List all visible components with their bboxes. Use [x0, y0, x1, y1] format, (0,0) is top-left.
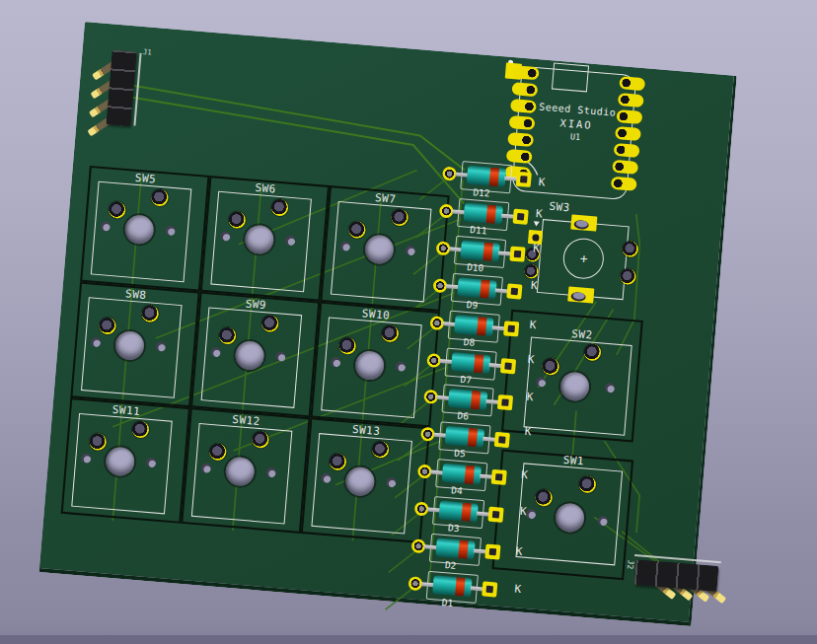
diode-pad-right — [516, 172, 532, 187]
cathode-label: K — [531, 280, 539, 292]
switch-cell-SW2: SW2 — [501, 310, 643, 443]
diode-pad-right — [497, 394, 513, 410]
cathode-label: K — [521, 469, 529, 481]
diode-pad-right — [491, 469, 507, 485]
cathode-label: K — [527, 354, 535, 366]
switch-cell-SW11: SW11 — [61, 397, 190, 524]
diode-cathode-band — [489, 168, 500, 187]
button-pad-bottom — [567, 287, 594, 304]
cathode-label: K — [538, 177, 546, 188]
switch-hole-ringA-SW12 — [251, 430, 268, 448]
switch-hole-ringA-SW11 — [131, 420, 149, 438]
diode-cathode-band — [461, 502, 472, 522]
diode-cathode-band — [474, 353, 484, 373]
xiao-pad-left — [507, 131, 534, 146]
diode-pad-right — [503, 321, 519, 336]
switch-hole-ringB-SW11 — [89, 432, 107, 450]
diode-D1: D1 — [403, 572, 500, 615]
switch-hole-ringB-SW8 — [98, 317, 115, 334]
switch-cell-SW8: SW8 — [70, 282, 199, 408]
diode-body — [451, 352, 490, 374]
cathode-label: K — [514, 584, 522, 596]
switch-hole-ringA-SW1 — [578, 475, 596, 493]
diode-cathode-band — [465, 465, 476, 485]
diode-cathode-band — [485, 204, 496, 224]
xiao-pad-left — [510, 99, 537, 113]
cathode-label: K — [533, 243, 541, 254]
diode-pad-right — [487, 507, 503, 523]
switch-hole-ringB-SW5 — [108, 200, 125, 218]
diode-body — [454, 315, 493, 336]
switch-hole-ringB-SW13 — [329, 453, 346, 470]
diode-pad-right — [513, 209, 529, 225]
diode-body — [438, 501, 478, 523]
diode-body — [457, 277, 496, 299]
switch-hole-ringB-SW6 — [228, 210, 246, 228]
diode-body — [448, 389, 487, 410]
xiao-pad-right — [616, 108, 642, 123]
viewport-bottom-bar — [0, 635, 817, 644]
switch-hole-ringB-SW7 — [347, 220, 365, 238]
diode-pad-right — [509, 246, 525, 261]
switch-hole-ringA-SW7 — [391, 208, 408, 226]
switch-hole-ringB-SW10 — [338, 336, 356, 354]
xiao-pad-left — [509, 114, 536, 129]
diode-cathode-band — [483, 242, 493, 261]
diode-pad-right — [484, 543, 500, 559]
switch-hole-ringB-SW12 — [208, 442, 226, 460]
diode-body — [467, 166, 506, 187]
pin1-arrow-mark — [533, 221, 539, 226]
switch-cell-SW6: SW6 — [200, 176, 330, 302]
diode-cathode-band — [468, 428, 479, 448]
xiao-pad-right — [618, 93, 644, 107]
switch-hole-ringA-SW6 — [270, 198, 288, 216]
xiao-pad-right — [614, 142, 640, 157]
pcb-board: Seeed Studio XIAO U1 SW3 + — [39, 22, 737, 626]
xiao-pad-right — [612, 159, 638, 174]
diode-body — [464, 202, 503, 224]
cathode-label: K — [515, 546, 523, 558]
diode-body — [435, 537, 475, 559]
xiao-pad-left — [506, 148, 533, 163]
diode-body — [432, 575, 472, 597]
diode-body — [460, 240, 499, 261]
xiao-usb-outline — [552, 62, 589, 92]
cathode-label: K — [524, 426, 532, 438]
button-pad-top — [570, 215, 597, 232]
cathode-label: K — [529, 320, 537, 331]
switch-hole-ringA-SW8 — [141, 304, 159, 322]
switch-hole-ringA-SW13 — [371, 440, 389, 458]
header-ref-label-J1: J1 — [142, 48, 152, 56]
cathode-label: K — [520, 506, 528, 518]
xiao-pad-right — [615, 125, 641, 140]
diode-pad-right — [482, 581, 497, 597]
diode-cathode-band — [458, 539, 469, 559]
diode-pad-right — [500, 358, 516, 374]
switch-hole-ringA-SW9 — [260, 314, 278, 331]
diode-cathode-band — [477, 317, 487, 336]
header-ref-label-J2: J2 — [626, 559, 634, 569]
switch-cell-SW5: SW5 — [80, 166, 209, 292]
xiao-pad-right — [611, 176, 637, 190]
switch-cell-SW12: SW12 — [181, 407, 310, 534]
button-plus-mark: + — [575, 251, 592, 265]
switch-hole-ringA-SW5 — [150, 188, 168, 206]
xiao-pad-right — [619, 76, 645, 91]
diode-body — [445, 426, 484, 448]
diode-cathode-band — [480, 279, 490, 299]
diode-body — [442, 464, 482, 485]
switch-hole-ringB-SW1 — [534, 488, 552, 506]
diode-pad-right — [506, 283, 522, 299]
switch-hole-ringA-SW2 — [583, 343, 601, 361]
switch-cell-SW1: SW1 — [491, 449, 633, 580]
switch-hole-ringA-SW10 — [381, 323, 399, 341]
diode-cathode-band — [455, 577, 466, 597]
diode-pad-right — [494, 432, 510, 448]
switch-cell-SW9: SW9 — [190, 292, 320, 418]
cathode-label: K — [536, 208, 544, 220]
3d-viewer-canvas[interactable]: Seeed Studio XIAO U1 SW3 + — [0, 0, 817, 644]
xiao-pad-left — [513, 65, 540, 80]
xiao-pad-left — [511, 82, 538, 97]
switch-hole-ringB-SW9 — [218, 326, 236, 344]
switch-hole-ringB-SW2 — [542, 357, 559, 375]
